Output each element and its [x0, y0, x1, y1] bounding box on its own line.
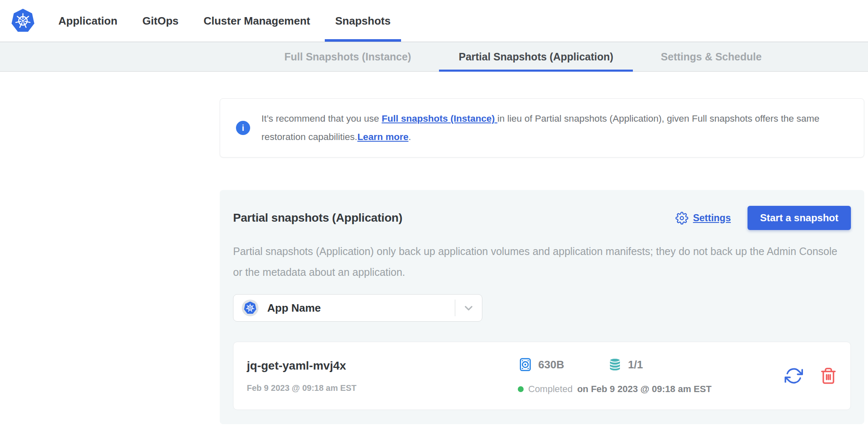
delete-icon	[820, 367, 837, 385]
snapshot-row: jq-get-yaml-mvj4x Feb 9 2023 @ 09:18 am …	[233, 342, 851, 410]
learn-more-link[interactable]: Learn more	[357, 132, 409, 142]
settings-link-label: Settings	[693, 212, 731, 224]
status-finished-time: on Feb 9 2023 @ 09:18 am EST	[577, 384, 711, 395]
snapshot-main-info: jq-get-yaml-mvj4x Feb 9 2023 @ 09:18 am …	[247, 359, 518, 393]
info-banner-text: It’s recommend that you use Full snapsho…	[261, 110, 848, 146]
tab-full-snapshots[interactable]: Full Snapshots (Instance)	[261, 42, 435, 71]
panel-header: Partial snapshots (Application) Settings…	[233, 206, 851, 230]
chevron-down-icon	[462, 302, 475, 314]
restore-snapshot-button[interactable]	[785, 367, 803, 385]
nav-item-snapshots[interactable]: Snapshots	[323, 0, 403, 42]
nav-item-cluster-management[interactable]: Cluster Management	[191, 0, 323, 42]
main-nav: Application GitOps Cluster Management Sn…	[46, 0, 403, 42]
page-title: Partial snapshots (Application)	[233, 211, 402, 225]
snapshot-name: jq-get-yaml-mvj4x	[247, 359, 518, 372]
kubernetes-heptagon-small	[244, 302, 256, 315]
delete-snapshot-button[interactable]	[820, 367, 837, 385]
restore-icon	[785, 367, 803, 385]
page-content: It’s recommend that you use Full snapsho…	[0, 98, 868, 424]
banner-text-before: It’s recommend that you use	[261, 113, 381, 124]
snapshot-status-line: Completed on Feb 9 2023 @ 09:18 am EST	[518, 384, 785, 395]
partial-snapshots-panel: Partial snapshots (Application) Settings…	[220, 190, 864, 424]
helm-wheel-icon	[246, 303, 255, 312]
disk-size-icon	[518, 357, 533, 372]
nav-item-gitops[interactable]: GitOps	[130, 0, 191, 42]
top-navigation: Application GitOps Cluster Management Sn…	[0, 0, 868, 42]
panel-header-actions: Settings Start a snapshot	[675, 206, 851, 230]
kubernetes-heptagon	[11, 9, 35, 33]
nav-item-application[interactable]: Application	[46, 0, 130, 42]
snapshot-actions	[785, 367, 837, 385]
panel-description: Partial snapshots (Application) only bac…	[233, 241, 846, 282]
snapshot-details: 630B 1/1 Completed o	[518, 357, 785, 395]
app-name-select[interactable]: App Name	[233, 294, 482, 322]
info-icon	[236, 121, 250, 135]
kubernetes-logo-icon[interactable]	[11, 8, 35, 33]
snapshot-size: 630B	[538, 358, 564, 371]
gear-icon	[675, 212, 688, 225]
full-snapshots-link[interactable]: Full snapshots (Instance)	[381, 113, 497, 124]
snapshot-volumes-stat: 1/1	[607, 357, 643, 372]
snapshot-size-stat: 630B	[518, 357, 564, 372]
settings-link[interactable]: Settings	[675, 212, 731, 225]
banner-text-after: .	[409, 132, 411, 142]
tab-partial-snapshots[interactable]: Partial Snapshots (Application)	[435, 42, 637, 71]
helm-wheel-icon	[15, 12, 31, 29]
snapshots-tab-bar: Full Snapshots (Instance) Partial Snapsh…	[0, 42, 868, 72]
status-badge: Completed	[528, 384, 572, 395]
select-right	[455, 295, 482, 321]
select-chevron-box	[455, 302, 482, 314]
tab-settings-schedule[interactable]: Settings & Schedule	[637, 42, 785, 71]
app-icon	[242, 300, 258, 316]
status-dot-icon	[518, 386, 524, 392]
start-snapshot-button[interactable]: Start a snapshot	[748, 206, 851, 230]
snapshot-volume-count: 1/1	[628, 358, 643, 371]
app-select-value: App Name	[267, 302, 321, 315]
snapshot-created-date: Feb 9 2023 @ 09:18 am EST	[247, 383, 518, 393]
volumes-icon	[607, 357, 622, 372]
snapshot-stats: 630B 1/1	[518, 357, 785, 372]
info-banner: It’s recommend that you use Full snapsho…	[220, 98, 864, 158]
